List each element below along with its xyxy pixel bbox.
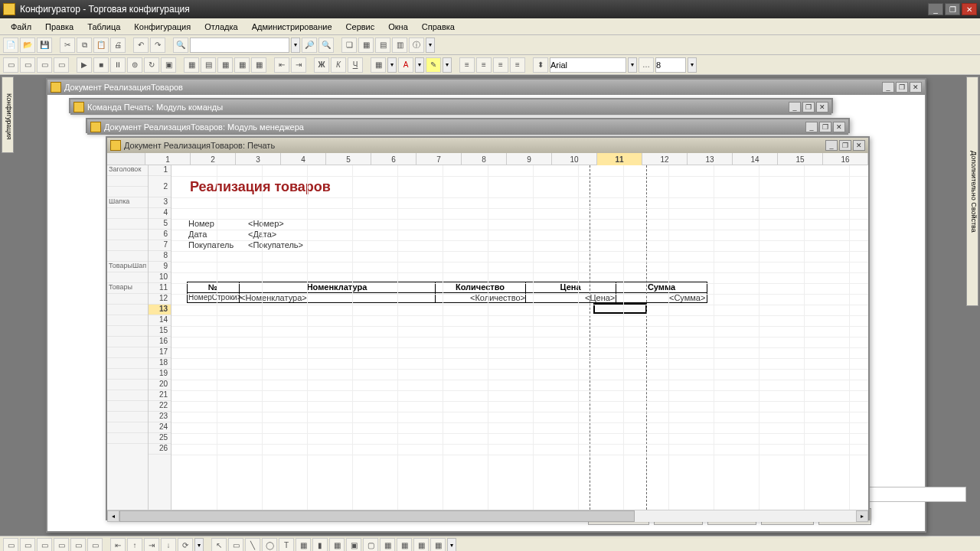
shape3-icon[interactable]: ▭ <box>37 538 52 552</box>
chart-icon[interactable]: ▮ <box>312 538 328 552</box>
minimize-button[interactable]: _ <box>928 3 943 15</box>
row-header-17[interactable]: 17 <box>149 347 171 358</box>
fontcolor-drop-icon[interactable]: ▾ <box>415 57 424 73</box>
row-header-16[interactable]: 16 <box>149 337 171 347</box>
menu-windows[interactable]: Окна <box>382 21 414 33</box>
scroll-left-icon[interactable]: ◂ <box>107 510 119 522</box>
bold-icon[interactable]: Ж <box>314 57 329 73</box>
hscroll[interactable]: ◂ ▸ <box>107 510 868 522</box>
borders-icon[interactable]: ▦ <box>371 57 386 73</box>
find-prev-icon[interactable]: 🔍 <box>318 37 334 53</box>
col-header-5[interactable]: 5 <box>326 153 371 165</box>
tool-c-icon[interactable]: ▥ <box>392 37 407 53</box>
row-header-10[interactable]: 10 <box>149 272 171 283</box>
valign-icon[interactable]: ⬍ <box>533 57 548 73</box>
refresh-icon[interactable]: ↻ <box>144 57 159 73</box>
run-icon[interactable]: ▶ <box>77 57 92 73</box>
sidepanel-config[interactable]: Конфигурация <box>2 77 14 153</box>
arrow-r-icon[interactable]: ⇥ <box>144 538 159 552</box>
row-header-9[interactable]: 9 <box>149 262 171 272</box>
size-combo[interactable] <box>655 57 686 73</box>
shape6-icon[interactable]: ▭ <box>87 538 103 552</box>
menu-debug[interactable]: Отладка <box>198 21 243 33</box>
redo-icon[interactable]: ↷ <box>150 37 165 53</box>
col-header-7[interactable]: 7 <box>416 153 462 165</box>
t1-icon[interactable]: ▭ <box>3 57 18 73</box>
col-header-9[interactable]: 9 <box>507 153 552 165</box>
row-header-5[interactable]: 5 <box>149 219 171 230</box>
arrow-u-icon[interactable]: ↑ <box>127 538 142 552</box>
table-drop-icon[interactable]: ▾ <box>447 538 456 552</box>
row-header-18[interactable]: 18 <box>149 358 171 369</box>
row-header-25[interactable]: 25 <box>149 433 171 444</box>
scroll-right-icon[interactable]: ▸ <box>856 510 868 522</box>
shape5-icon[interactable]: ▭ <box>70 538 86 552</box>
bg-max-button[interactable]: ❐ <box>896 82 908 93</box>
close-button[interactable]: ✕ <box>962 3 977 15</box>
db-icon[interactable]: ▣ <box>161 57 176 73</box>
mgr-min-button[interactable]: _ <box>805 122 818 132</box>
fontcolor-icon[interactable]: A <box>398 57 413 73</box>
search-icon[interactable]: 🔍 <box>173 37 188 53</box>
ellipse-icon[interactable]: ◯ <box>262 538 277 552</box>
menu-service[interactable]: Сервис <box>340 21 381 33</box>
paste-icon[interactable]: 📋 <box>93 37 109 53</box>
cmd-max-button[interactable]: ❐ <box>802 102 815 112</box>
group-icon[interactable]: ▣ <box>346 538 361 552</box>
row-header-11[interactable]: 11 <box>149 283 171 294</box>
undo-icon[interactable]: ↶ <box>133 37 149 53</box>
col-resize-marker[interactable] <box>646 165 647 510</box>
cut-icon[interactable]: ✂ <box>60 37 75 53</box>
copy-icon[interactable]: ⧉ <box>77 37 92 53</box>
bg-close-button[interactable]: ✕ <box>910 82 922 93</box>
split-icon[interactable]: ▤ <box>201 57 216 73</box>
arrow-l-icon[interactable]: ⇤ <box>110 538 126 552</box>
shape1-icon[interactable]: ▭ <box>3 538 18 552</box>
table2-icon[interactable]: ▦ <box>397 538 412 552</box>
align-justify-icon[interactable]: ≡ <box>510 57 525 73</box>
row-header-7[interactable]: 7 <box>149 240 171 251</box>
row-header-4[interactable]: 4 <box>149 208 171 219</box>
print-max-button[interactable]: ❐ <box>839 140 851 151</box>
outdent-icon[interactable]: ⇤ <box>274 57 289 73</box>
font-combo[interactable] <box>550 57 626 73</box>
row-header-3[interactable]: 3 <box>149 197 171 208</box>
row-header-24[interactable]: 24 <box>149 422 171 433</box>
help-drop-icon[interactable]: ▾ <box>426 37 435 53</box>
cmd-min-button[interactable]: _ <box>789 102 801 112</box>
row-header-14[interactable]: 14 <box>149 315 171 326</box>
table3-icon[interactable]: ▦ <box>413 538 429 552</box>
bg-min-button[interactable]: _ <box>882 82 894 93</box>
row-header-19[interactable]: 19 <box>149 369 171 380</box>
col-header-2[interactable]: 2 <box>191 153 236 165</box>
col-header-11[interactable]: 11 <box>597 153 642 165</box>
col-header-1[interactable]: 1 <box>145 153 191 165</box>
tool-b-icon[interactable]: ▤ <box>375 37 390 53</box>
col-header-6[interactable]: 6 <box>371 153 416 165</box>
col-header-16[interactable]: 16 <box>823 153 868 165</box>
row-numbers[interactable]: 1234567891011121314151617181920212223242… <box>149 165 172 510</box>
align-left-icon[interactable]: ≡ <box>459 57 475 73</box>
italic-icon[interactable]: К <box>331 57 346 73</box>
font-drop-icon[interactable]: ▾ <box>628 57 637 73</box>
row-header-15[interactable]: 15 <box>149 326 171 337</box>
obj-icon[interactable]: ▦ <box>329 538 345 552</box>
col-header-3[interactable]: 3 <box>236 153 281 165</box>
menu-table[interactable]: Таблица <box>81 21 126 33</box>
merge-icon[interactable]: ▦ <box>184 57 199 73</box>
save-icon[interactable]: 💾 <box>37 37 52 53</box>
row-header-6[interactable]: 6 <box>149 230 171 240</box>
windows-icon[interactable]: ❏ <box>341 37 357 53</box>
ungroup-icon[interactable]: ▢ <box>363 538 378 552</box>
col-header-8[interactable]: 8 <box>462 153 507 165</box>
row-header-8[interactable]: 8 <box>149 251 171 262</box>
arrow-d-icon[interactable]: ↓ <box>161 538 176 552</box>
row-header-26[interactable]: 26 <box>149 444 171 455</box>
print-icon[interactable]: 🖨 <box>110 37 126 53</box>
shape2-icon[interactable]: ▭ <box>20 538 35 552</box>
sidepanel-props[interactable]: Дополнительно Свойства <box>966 77 978 306</box>
cmd-close-button[interactable]: ✕ <box>816 102 828 112</box>
col-header-14[interactable]: 14 <box>733 153 778 165</box>
stop-icon[interactable]: ■ <box>93 57 109 73</box>
scroll-thumb[interactable] <box>119 510 635 522</box>
